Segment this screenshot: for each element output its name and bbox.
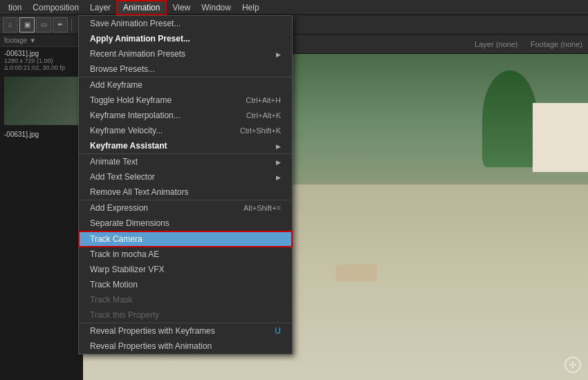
scene-building <box>533 103 588 172</box>
footage-meta1: 1280 x 720 (1.00) <box>4 57 78 64</box>
menu-browse-presets[interactable]: Browse Presets... <box>79 61 292 77</box>
menu-add-text-selector[interactable]: Add Text Selector <box>79 169 292 184</box>
menu-item-window[interactable]: Window <box>196 1 237 14</box>
menu-remove-text-animators[interactable]: Remove All Text Animators <box>79 184 292 200</box>
left-panel: footage ▼ -00631].jpg 1280 x 720 (1.00) … <box>0 35 83 380</box>
toolbar-btn-home[interactable]: ⌂ <box>3 17 18 32</box>
shortcut-u: U <box>275 326 281 336</box>
menu-section-tracking: Track Camera Track in mocha AE Warp Stab… <box>79 231 292 323</box>
menu-track-mocha[interactable]: Track in mocha AE <box>79 247 292 262</box>
footage-meta2: Δ 0:00:21:02, 30.00 fp <box>4 64 78 71</box>
menu-keyframe-velocity[interactable]: Keyframe Velocity... Ctrl+Shift+K <box>79 123 292 138</box>
footage-filename-2: -00631].jpg <box>4 131 78 138</box>
menu-animate-text[interactable]: Animate Text <box>79 154 292 169</box>
menu-section-keyframes: Add Keyframe Toggle Hold Keyframe Ctrl+A… <box>79 77 292 154</box>
menu-track-camera[interactable]: Track Camera <box>79 231 292 247</box>
toolbar-btn-select[interactable]: ▣ <box>19 17 35 32</box>
footage-item-1[interactable]: -00631].jpg 1280 x 720 (1.00) Δ 0:00:21:… <box>0 47 82 74</box>
add-text-selector-arrow <box>276 173 281 181</box>
menu-toggle-hold[interactable]: Toggle Hold Keyframe Ctrl+Alt+H <box>79 93 292 108</box>
preview-layer-info: Layer (none) Footage (none) <box>475 40 582 48</box>
menu-item-animation-partial[interactable]: tion <box>3 1 27 14</box>
menu-track-property: Track this Property <box>79 307 292 323</box>
menu-item-layer[interactable]: Composition <box>27 1 84 14</box>
animate-text-arrow <box>276 158 281 166</box>
menu-add-keyframe[interactable]: Add Keyframe <box>79 77 292 93</box>
menu-keyframe-assistant[interactable]: Keyframe Assistant <box>79 138 292 153</box>
menu-apply-preset[interactable]: Apply Animation Preset... <box>79 31 292 46</box>
footage-thumbnail <box>4 77 79 125</box>
menu-section-expression: Add Expression Alt+Shift+= Separate Dime… <box>79 200 292 231</box>
thumb-placeholder <box>4 77 79 125</box>
panel-footage-label: footage ▼ <box>0 35 82 47</box>
menu-reveal-animation[interactable]: Reveal Properties with Animation <box>79 339 292 354</box>
toolbar-btn-rect[interactable]: ▭ <box>36 17 51 32</box>
menu-recent-presets[interactable]: Recent Animation Presets <box>79 46 292 61</box>
menu-track-motion[interactable]: Track Motion <box>79 277 292 292</box>
menu-item-help[interactable]: Help <box>237 1 265 14</box>
menu-section-text: Animate Text Add Text Selector Remove Al… <box>79 154 292 200</box>
menu-save-preset[interactable]: Save Animation Preset... <box>79 16 292 31</box>
menu-separate-dimensions[interactable]: Separate Dimensions <box>79 216 292 231</box>
scene-tree-right <box>482 70 538 167</box>
menu-item-view[interactable]: View <box>167 1 196 14</box>
animation-dropdown-menu: Save Animation Preset... Apply Animation… <box>78 15 293 354</box>
menu-keyframe-interpolation[interactable]: Keyframe Interpolation... Ctrl+Alt+K <box>79 108 292 123</box>
toolbar-btn-pen[interactable]: ✒ <box>53 17 68 32</box>
scene-planter2 <box>336 265 377 282</box>
footage-filename: -00631].jpg <box>4 50 78 57</box>
menu-item-effect[interactable]: Layer <box>84 1 116 14</box>
menu-warp-stabilizer[interactable]: Warp Stabilizer VFX <box>79 262 292 277</box>
menu-item-animation[interactable]: Animation <box>116 0 167 15</box>
menu-section-reveal: Reveal Properties with Keyframes U Revea… <box>79 323 292 354</box>
menu-bar: tion Composition Layer Animation View Wi… <box>0 0 588 15</box>
scene-nav-icon: ✛ <box>564 357 581 373</box>
menu-reveal-keyframes[interactable]: Reveal Properties with Keyframes U <box>79 323 292 339</box>
menu-track-mask: Track Mask <box>79 292 292 307</box>
menu-add-expression[interactable]: Add Expression Alt+Shift+= <box>79 200 292 216</box>
recent-presets-arrow <box>276 50 281 58</box>
menu-section-presets: Save Animation Preset... Apply Animation… <box>79 16 292 77</box>
toolbar-sep-1 <box>71 19 72 31</box>
footage-item-2[interactable]: -00631].jpg <box>0 128 82 141</box>
keyframe-assistant-arrow <box>276 142 281 150</box>
